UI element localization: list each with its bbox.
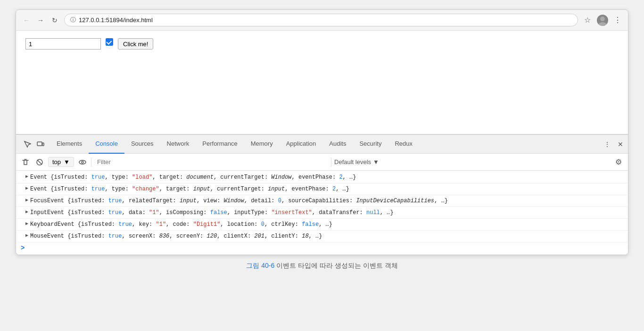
- filter-divider: [91, 157, 91, 167]
- forward-button[interactable]: →: [36, 16, 45, 25]
- address-bar: ← → ↻ ⓘ 127.0.0.1:51894/index.html ☆ ⋮: [16, 10, 628, 31]
- eye-icon[interactable]: [77, 157, 88, 168]
- tab-memory[interactable]: Memory: [244, 135, 280, 154]
- svg-rect-3: [42, 143, 44, 146]
- tab-redux[interactable]: Redux: [388, 135, 419, 154]
- menu-icon[interactable]: ⋮: [613, 16, 622, 25]
- checkbox-wrap[interactable]: [106, 38, 113, 46]
- block-network-icon[interactable]: [34, 157, 45, 168]
- dropdown-arrow-icon: ▼: [64, 158, 70, 166]
- console-settings-icon[interactable]: ⚙: [613, 157, 624, 168]
- console-line: ▶ KeyboardEvent {isTrusted: true, key: "…: [16, 219, 628, 231]
- click-me-button[interactable]: Click me!: [118, 38, 153, 50]
- expand-arrow-icon[interactable]: ▶: [25, 173, 28, 180]
- console-prompt[interactable]: >: [16, 242, 628, 254]
- console-line: ▶ FocusEvent {isTrusted: true, relatedTa…: [16, 195, 628, 207]
- devtools-tabs: Elements Console Sources Network Perform…: [16, 135, 628, 154]
- url-bar[interactable]: ⓘ 127.0.0.1:51894/index.html: [64, 14, 578, 26]
- filter-divider-2: [331, 157, 331, 167]
- devtools-icons: [18, 139, 50, 150]
- avatar[interactable]: [597, 15, 608, 26]
- secure-icon: ⓘ: [70, 16, 76, 24]
- reload-button[interactable]: ↻: [50, 16, 59, 25]
- figure-caption: 그림 40-6 이벤트 타입에 따라 생성되는 이벤트 객체: [246, 255, 397, 273]
- tab-performance[interactable]: Performance: [196, 135, 244, 154]
- clear-console-button[interactable]: [20, 157, 31, 168]
- browser-window: ← → ↻ ⓘ 127.0.0.1:51894/index.html ☆ ⋮ C…: [16, 9, 628, 255]
- tab-application[interactable]: Application: [280, 135, 323, 154]
- close-devtools-icon[interactable]: ✕: [615, 139, 626, 150]
- page-text-input[interactable]: [25, 38, 101, 50]
- top-selector[interactable]: top ▼: [48, 157, 74, 167]
- svg-point-7: [82, 161, 83, 163]
- prompt-chevron-icon: >: [21, 244, 25, 252]
- toolbar-right: ☆ ⋮: [583, 15, 622, 26]
- console-line: ▶ InputEvent {isTrusted: true, data: "1"…: [16, 207, 628, 219]
- svg-point-0: [600, 17, 605, 21]
- devtools-tabs-right: ⋮ ✕: [602, 139, 626, 150]
- tab-sources[interactable]: Sources: [124, 135, 160, 154]
- console-output: ▶ Event {isTrusted: true, type: "load", …: [16, 171, 628, 255]
- tab-elements[interactable]: Elements: [50, 135, 89, 154]
- url-text: 127.0.0.1:51894/index.html: [79, 17, 153, 24]
- console-line: ▶ MouseEvent {isTrusted: true, screenX: …: [16, 231, 628, 242]
- more-tabs-icon[interactable]: ⋮: [602, 139, 613, 150]
- levels-arrow-icon: ▼: [373, 158, 379, 166]
- tab-console[interactable]: Console: [89, 135, 124, 154]
- console-line: ▶ Event {isTrusted: true, type: "change"…: [16, 183, 628, 195]
- default-levels-dropdown[interactable]: Default levels ▼: [334, 158, 379, 166]
- expand-arrow-icon[interactable]: ▶: [25, 185, 28, 192]
- bookmark-icon[interactable]: ☆: [583, 16, 592, 25]
- device-toolbar-icon[interactable]: [35, 139, 46, 150]
- svg-point-6: [79, 160, 86, 164]
- expand-arrow-icon[interactable]: ▶: [25, 208, 28, 215]
- filter-input[interactable]: [94, 157, 328, 166]
- back-button[interactable]: ←: [22, 16, 31, 25]
- tab-network[interactable]: Network: [160, 135, 196, 154]
- expand-arrow-icon[interactable]: ▶: [25, 220, 28, 227]
- tab-audits[interactable]: Audits: [322, 135, 353, 154]
- checkbox[interactable]: [106, 38, 113, 46]
- svg-rect-2: [37, 142, 42, 146]
- console-line: ▶ Event {isTrusted: true, type: "load", …: [16, 172, 628, 183]
- tab-security[interactable]: Security: [353, 135, 388, 154]
- console-toolbar: top ▼ Default levels ▼ ⚙: [16, 154, 628, 171]
- page-content: Click me!: [16, 31, 628, 134]
- svg-point-1: [598, 22, 607, 26]
- devtools-panel: Elements Console Sources Network Perform…: [16, 134, 628, 255]
- expand-arrow-icon[interactable]: ▶: [25, 197, 28, 204]
- expand-arrow-icon[interactable]: ▶: [25, 232, 28, 239]
- figure-link[interactable]: 그림 40-6: [246, 262, 276, 269]
- svg-line-5: [37, 160, 42, 165]
- inspect-element-icon[interactable]: [22, 139, 33, 150]
